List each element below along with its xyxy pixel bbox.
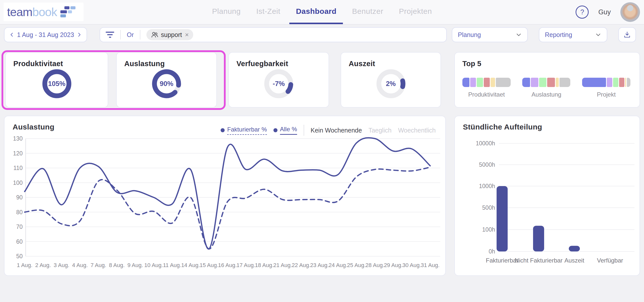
help-icon[interactable]: ? [576, 6, 589, 19]
tab-dashboard[interactable]: Dashboard [289, 0, 343, 24]
kpi-title: Auslastung [124, 60, 165, 68]
date-range-picker[interactable]: 1 Aug - 31 Aug 2023 [4, 27, 87, 42]
divider [140, 30, 140, 39]
svg-text:1 Aug.: 1 Aug. [17, 262, 32, 268]
top5-bar-segment [547, 78, 555, 87]
top5-bar-segment [477, 78, 483, 87]
svg-text:29 Aug.: 29 Aug. [384, 262, 403, 268]
bar-auszeit [569, 246, 580, 251]
svg-text:25 Aug.: 25 Aug. [347, 262, 366, 268]
top5-group-projekt: Projekt [582, 78, 630, 98]
filter-chip-support[interactable]: support × [146, 29, 193, 40]
top5-bar-segment [559, 78, 570, 87]
top5-bar-label: Projekt [597, 91, 616, 98]
svg-text:31 Aug.: 31 Aug. [421, 262, 440, 268]
tab-projekten[interactable]: Projekten [392, 0, 438, 24]
reporting-select[interactable]: Reporting [539, 27, 607, 42]
planung-select[interactable]: Planung [452, 27, 528, 42]
top5-bar-segment [539, 78, 546, 87]
top5-bar-segment [496, 78, 511, 87]
top5-bar-segment [619, 78, 624, 87]
download-button[interactable] [618, 27, 636, 42]
svg-text:130: 130 [13, 135, 23, 142]
svg-text:110: 110 [13, 165, 23, 171]
kpi-title: Auszeit [349, 60, 375, 68]
svg-text:Fakturierbar: Fakturierbar [486, 257, 518, 264]
svg-text:120: 120 [13, 150, 23, 157]
main-nav: PlanungIst-ZeitDashboardBenutzerProjekte… [206, 0, 438, 24]
top5-bar [522, 78, 571, 87]
dashboard-page: teambook PlanungIst-ZeitDashboardBenutze… [0, 0, 644, 302]
tab-istzeit[interactable]: Ist-Zeit [250, 0, 287, 24]
top5-bar-segment [625, 78, 626, 87]
svg-text:0h: 0h [489, 248, 495, 255]
tab-planung[interactable]: Planung [206, 0, 247, 24]
tab-benutzer[interactable]: Benutzer [346, 0, 390, 24]
svg-text:24 Aug.: 24 Aug. [329, 262, 347, 268]
user-name[interactable]: Guy [598, 8, 611, 16]
top5-bar-segment [613, 78, 618, 87]
svg-text:70: 70 [16, 224, 23, 230]
top5-bar-segment [470, 78, 476, 87]
svg-text:Verfügbar: Verfügbar [597, 257, 623, 264]
help-glyph: ? [580, 8, 584, 16]
filter-operator[interactable]: Or [127, 31, 134, 38]
top5-bar-label: Auslastung [532, 91, 561, 98]
kpi-card-verfuegbarkeit: Verfuegbarkeit-7% [228, 52, 329, 108]
top5-group-produktivitaet: Produktivitaet [462, 78, 511, 98]
svg-text:50: 50 [16, 253, 23, 260]
utilization-line-chart: 13012011010090807060501 Aug.2 Aug.3 Aug.… [5, 116, 445, 275]
divider [120, 30, 121, 39]
svg-text:10 Aug.: 10 Aug. [144, 262, 163, 268]
hourly-split-bar-chart: 0h100h500h1000h5000h10000hFakturierbarNi… [455, 116, 639, 275]
kpi-card-produktivitaet: Produktivitaet105% [5, 52, 108, 108]
top5-card: Top 5 ProduktivitaetAuslastungProjekt [454, 52, 640, 108]
top5-bar-segment [462, 78, 469, 87]
svg-text:18 Aug.: 18 Aug. [255, 262, 274, 268]
svg-text:80: 80 [16, 209, 23, 215]
top5-bar-segment [607, 78, 612, 87]
kpi-value: 2% [386, 80, 396, 88]
svg-text:28 Aug.: 28 Aug. [366, 262, 384, 268]
kpi-value: 90% [160, 80, 173, 88]
hourly-split-card: Stündliche Aufteilung 0h100h500h1000h500… [454, 116, 640, 276]
chevron-left-icon[interactable] [9, 32, 15, 37]
svg-text:21 Aug.: 21 Aug. [273, 262, 292, 268]
series-fakturierbar [25, 167, 430, 249]
svg-text:60: 60 [16, 238, 23, 245]
kpi-title: Verfuegbarkeit [236, 60, 288, 68]
svg-text:15 Aug.: 15 Aug. [199, 262, 218, 268]
svg-text:16 Aug.: 16 Aug. [218, 262, 237, 268]
svg-text:2 Aug.: 2 Aug. [35, 262, 51, 268]
kpi-card-auslastung: Auslastung90% [116, 52, 217, 108]
svg-text:Nicht Fakturierbar: Nicht Fakturierbar [515, 257, 563, 264]
kpi-value: -7% [273, 80, 285, 88]
svg-text:9 Aug.: 9 Aug. [127, 262, 143, 268]
bar-fakturierbar [497, 186, 508, 251]
top5-bar [462, 78, 511, 87]
top5-bar-segment [556, 78, 559, 87]
svg-text:30 Aug.: 30 Aug. [402, 262, 421, 268]
top5-bar-segment [582, 78, 606, 87]
svg-text:Auszeit: Auszeit [565, 257, 584, 264]
logo-wordmark: teambook [7, 5, 57, 19]
top5-bar-segment [531, 78, 539, 87]
chevron-right-icon[interactable] [76, 32, 82, 37]
top5-group-auslastung: Auslastung [522, 78, 571, 98]
svg-text:14 Aug.: 14 Aug. [181, 262, 200, 268]
top5-bar-label: Produktivitaet [468, 91, 505, 98]
kpi-value: 105% [48, 80, 65, 88]
top5-bar-segment [484, 78, 490, 87]
svg-text:22 Aug.: 22 Aug. [292, 262, 311, 268]
chip-close-icon[interactable]: × [185, 31, 189, 39]
app-header: teambook PlanungIst-ZeitDashboardBenutze… [0, 0, 644, 25]
top5-title: Top 5 [462, 60, 481, 68]
app-logo[interactable]: teambook [4, 3, 84, 21]
top5-bar-segment [627, 78, 630, 87]
filter-icon[interactable] [106, 32, 114, 38]
filter-input[interactable]: Or support × [100, 27, 447, 42]
avatar[interactable] [620, 2, 640, 22]
svg-text:4 Aug.: 4 Aug. [72, 262, 88, 268]
svg-text:23 Aug.: 23 Aug. [310, 262, 329, 268]
svg-text:100h: 100h [482, 226, 495, 233]
